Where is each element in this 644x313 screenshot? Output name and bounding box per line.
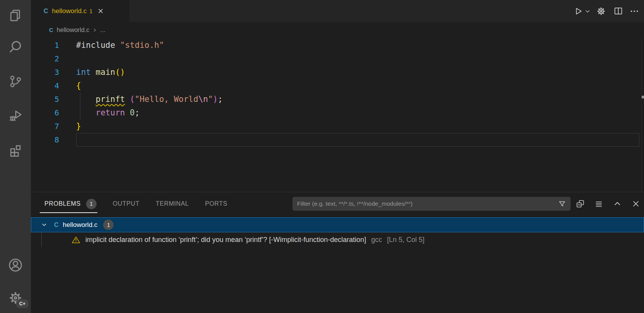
line-number: 7: [31, 120, 59, 133]
run-button[interactable]: [573, 5, 584, 17]
panel-tab-label: OUTPUT: [113, 200, 139, 207]
vscode-window: C+ C helloworld.c 1: [0, 0, 644, 313]
problem-source: gcc: [371, 236, 382, 244]
code-lines: 1#include "stdio.h"23int main()4{5 prinf…: [31, 38, 644, 147]
warning-icon: [71, 235, 80, 244]
line-number: 5: [31, 93, 59, 106]
run-dropdown-chevron-icon[interactable]: [584, 5, 591, 17]
c-file-icon: C: [54, 222, 59, 228]
c-file-icon: C: [49, 27, 53, 33]
line-number: 3: [31, 66, 59, 79]
c-file-icon: C: [44, 8, 48, 15]
problems-file-name: helloworld.c: [63, 221, 98, 229]
code-text: return 0;: [59, 106, 139, 120]
file-problems-count-badge: 1: [103, 220, 114, 230]
code-line[interactable]: 1#include "stdio.h": [31, 39, 644, 52]
problem-message: implicit declaration of function ‘prinft…: [85, 236, 366, 244]
line-number: 1: [31, 39, 59, 52]
line-number: 4: [31, 79, 59, 93]
overview-ruler[interactable]: [641, 38, 644, 192]
source-control-icon: [8, 74, 23, 89]
activity-item-accounts[interactable]: [0, 256, 31, 274]
tab-helloworld-c[interactable]: C helloworld.c 1: [31, 0, 129, 22]
tab-label: helloworld.c: [52, 7, 87, 15]
settings-gear-icon[interactable]: [595, 5, 607, 17]
extensions-icon: [8, 142, 23, 157]
code-line[interactable]: 4{: [31, 79, 644, 93]
chevron-down-icon[interactable]: [41, 222, 48, 228]
overview-warning-marker: [642, 96, 644, 98]
panel-header: PROBLEMS 1 OUTPUT TERMINAL PORTS: [31, 192, 644, 215]
filter-funnel-icon[interactable]: [558, 200, 566, 208]
editor-actions: [573, 0, 640, 22]
code-text: prinft ("Hello, World\n");: [59, 93, 223, 106]
code-text: [59, 133, 76, 147]
code-line[interactable]: 2: [31, 52, 644, 66]
more-actions-ellipsis-icon[interactable]: [629, 5, 640, 17]
problems-list: C helloworld.c 1 implicit declaration of…: [31, 217, 644, 247]
panel-tab-label: TERMINAL: [156, 200, 189, 207]
collapse-all-icon[interactable]: [574, 197, 587, 210]
problems-filter: [292, 197, 571, 211]
filter-input[interactable]: [292, 197, 571, 211]
code-line[interactable]: 3int main(): [31, 66, 644, 79]
panel-actions: [574, 192, 642, 215]
activity-bar: C+: [0, 0, 31, 313]
code-line[interactable]: 5 prinft ("Hello, World\n");: [31, 93, 644, 106]
profile-badge[interactable]: C+: [16, 299, 29, 308]
tree-indent-guide: [41, 232, 42, 247]
panel-tab-output[interactable]: OUTPUT: [113, 192, 139, 215]
code-text: {: [59, 79, 81, 93]
search-icon: [8, 39, 23, 54]
breadcrumb-more[interactable]: ...: [100, 27, 105, 34]
code-text: }: [59, 120, 81, 133]
line-number: 2: [31, 52, 59, 66]
problem-item[interactable]: implicit declaration of function ‘prinft…: [31, 232, 644, 247]
problems-count-badge: 1: [86, 199, 97, 209]
code-text: #include "stdio.h": [59, 39, 164, 52]
panel-tab-problems[interactable]: PROBLEMS 1: [44, 192, 97, 215]
code-text: [59, 52, 76, 66]
line-number: 6: [31, 106, 59, 120]
indent-guide: [80, 93, 80, 120]
breadcrumb: C helloworld.c ...: [31, 22, 644, 38]
activity-item-search[interactable]: [0, 37, 31, 56]
files-icon: [8, 8, 23, 23]
debug-icon: [8, 108, 23, 123]
close-tab-icon[interactable]: [97, 8, 104, 14]
panel-tab-terminal[interactable]: TERMINAL: [156, 192, 189, 215]
activity-item-extensions[interactable]: [0, 140, 31, 159]
close-panel-icon[interactable]: [629, 197, 642, 210]
problem-location: [Ln 5, Col 5]: [387, 236, 425, 244]
tab-problem-count: 1: [89, 8, 92, 14]
editor-tab-bar: C helloworld.c 1: [31, 0, 644, 22]
maximize-panel-chevron-up-icon[interactable]: [611, 197, 624, 210]
line-number: 8: [31, 133, 59, 147]
activity-item-run-debug[interactable]: [0, 107, 31, 125]
chevron-right-icon: [92, 27, 97, 33]
view-as-table-icon[interactable]: [592, 197, 605, 210]
problems-file-group[interactable]: C helloworld.c 1: [31, 217, 644, 232]
activity-item-source-control[interactable]: [0, 72, 31, 91]
code-line[interactable]: 6 return 0;: [31, 106, 644, 120]
bottom-panel: PROBLEMS 1 OUTPUT TERMINAL PORTS: [31, 192, 644, 313]
panel-tab-label: PORTS: [205, 200, 228, 207]
code-editor[interactable]: 1#include "stdio.h"23int main()4{5 prinf…: [31, 38, 644, 192]
panel-tab-ports[interactable]: PORTS: [205, 192, 228, 215]
code-line[interactable]: 8: [31, 133, 644, 147]
split-editor-icon[interactable]: [612, 5, 624, 17]
code-text: int main(): [59, 66, 125, 79]
panel-tab-label: PROBLEMS: [44, 200, 81, 207]
code-line[interactable]: 7}: [31, 120, 644, 133]
activity-item-explorer[interactable]: [0, 6, 31, 25]
account-icon: [8, 257, 23, 273]
breadcrumb-file[interactable]: helloworld.c: [57, 27, 89, 34]
